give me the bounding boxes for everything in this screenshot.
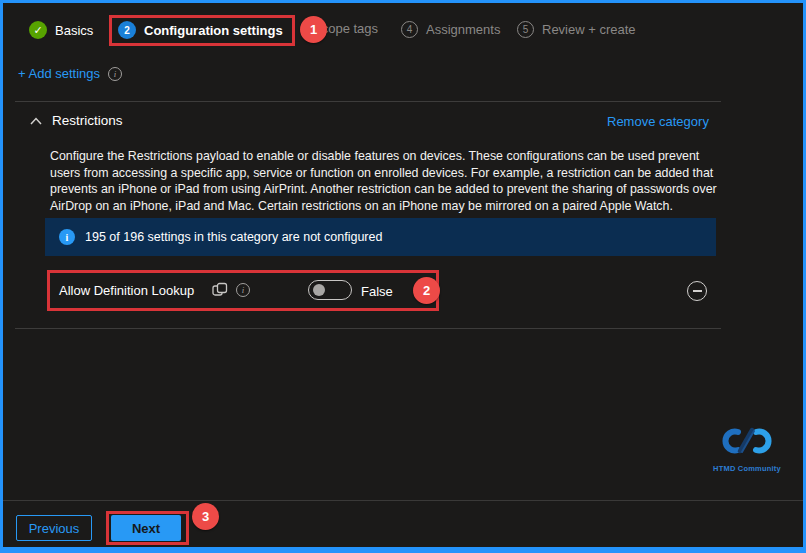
tab-basics[interactable]: ✓ Basics <box>29 21 93 39</box>
annotation-circle-3: 3 <box>192 503 219 530</box>
tab-assignments[interactable]: 4 Assignments <box>401 21 500 38</box>
footer-divider <box>3 500 803 501</box>
setting-label: Allow Definition Lookup <box>59 283 194 298</box>
category-title: Restrictions <box>52 113 123 128</box>
info-icon[interactable]: i <box>108 67 122 81</box>
previous-button[interactable]: Previous <box>16 515 92 541</box>
toggle-knob <box>313 284 325 296</box>
setting-row: Allow Definition Lookup <box>59 283 194 298</box>
annotation-circle-1: 1 <box>300 16 327 43</box>
setting-value: False <box>361 284 393 299</box>
htmd-logo-icon <box>720 423 774 459</box>
step-number-icon: 2 <box>118 21 136 39</box>
info-filled-icon: i <box>59 229 75 245</box>
step-label-configuration-settings: Configuration settings <box>144 23 283 38</box>
divider <box>15 101 721 102</box>
annotation-circle-2: 2 <box>413 277 440 304</box>
info-banner-text: 195 of 196 settings in this category are… <box>85 230 382 244</box>
step-number-icon: 4 <box>401 21 418 38</box>
info-banner: i 195 of 196 settings in this category a… <box>45 218 716 256</box>
step-label-assignments: Assignments <box>426 22 500 37</box>
info-icon[interactable]: i <box>236 283 250 297</box>
tab-configuration-settings[interactable]: 2 Configuration settings <box>118 21 283 39</box>
applicability-icon <box>212 282 228 297</box>
remove-setting-button[interactable] <box>687 281 707 301</box>
category-description: Configure the Restrictions payload to en… <box>50 148 718 214</box>
wizard-page: ✓ Basics 2 Configuration settings 1 Scop… <box>0 0 806 553</box>
setting-toggle[interactable] <box>308 280 352 300</box>
chevron-up-icon[interactable] <box>30 117 42 125</box>
htmd-logo-text: HTMD Community <box>713 464 781 473</box>
step-label-basics: Basics <box>55 23 93 38</box>
check-icon: ✓ <box>29 21 47 39</box>
divider <box>15 328 721 329</box>
next-button[interactable]: Next <box>111 515 181 541</box>
step-label-review-create: Review + create <box>542 22 636 37</box>
tab-review-create[interactable]: 5 Review + create <box>517 21 636 38</box>
remove-category-link[interactable]: Remove category <box>607 114 709 129</box>
add-settings-link[interactable]: + Add settings <box>18 66 100 81</box>
htmd-logo: HTMD Community <box>713 423 781 473</box>
step-number-icon: 5 <box>517 21 534 38</box>
